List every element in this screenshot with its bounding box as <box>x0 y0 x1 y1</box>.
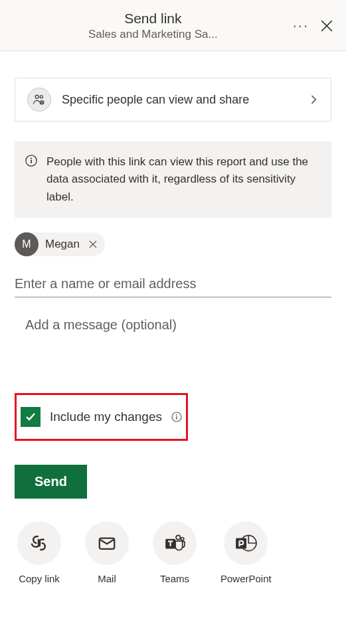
header-actions: ··· <box>293 17 333 35</box>
svg-point-7 <box>176 414 177 416</box>
close-icon[interactable] <box>321 20 333 32</box>
info-icon <box>25 153 37 206</box>
teams-label: Teams <box>160 573 189 584</box>
svg-rect-16 <box>236 538 246 549</box>
svg-point-4 <box>31 157 32 159</box>
more-icon[interactable]: ··· <box>293 17 309 35</box>
dialog-header: Send link Sales and Marketing Sa... ··· <box>0 0 346 51</box>
people-icon <box>27 88 51 112</box>
avatar: M <box>15 232 39 256</box>
svg-rect-5 <box>31 160 32 163</box>
mail-icon <box>85 521 129 565</box>
info-small-icon[interactable] <box>171 412 182 422</box>
powerpoint-button[interactable]: PowerPoint <box>220 521 272 584</box>
send-button[interactable]: Send <box>15 465 87 499</box>
message-input[interactable] <box>15 297 331 377</box>
include-changes-checkbox[interactable] <box>21 407 41 427</box>
remove-recipient-icon[interactable] <box>89 240 97 248</box>
teams-button[interactable]: Teams <box>153 521 197 584</box>
link-icon <box>17 521 61 565</box>
include-changes-row: Include my changes <box>15 393 188 441</box>
copy-link-button[interactable]: Copy link <box>17 521 61 584</box>
powerpoint-icon <box>224 521 268 565</box>
recipients-row: M Megan <box>15 232 331 256</box>
dialog-subtitle: Sales and Marketing Sa... <box>13 28 293 41</box>
mail-button[interactable]: Mail <box>85 521 129 584</box>
mail-label: Mail <box>98 573 116 584</box>
recipient-name: Megan <box>45 238 80 251</box>
recipient-chip[interactable]: M Megan <box>15 232 105 256</box>
info-text: People with this link can view this repo… <box>46 153 319 206</box>
header-titles: Send link Sales and Marketing Sa... <box>13 11 293 41</box>
include-changes-label: Include my changes <box>50 410 162 424</box>
chevron-right-icon <box>309 95 319 104</box>
dialog-title: Send link <box>13 11 293 27</box>
info-banner: People with this link can view this repo… <box>15 141 331 218</box>
permission-settings-button[interactable]: Specific people can view and share <box>15 78 331 121</box>
svg-point-13 <box>181 538 184 540</box>
svg-point-12 <box>176 535 180 539</box>
permission-label: Specific people can view and share <box>62 93 309 107</box>
copy-link-label: Copy link <box>19 573 60 584</box>
svg-rect-8 <box>176 416 177 420</box>
powerpoint-label: PowerPoint <box>220 573 272 584</box>
name-email-input[interactable] <box>15 270 331 297</box>
svg-point-1 <box>40 96 43 98</box>
svg-point-0 <box>35 95 39 98</box>
share-options-row: Copy link Mail <box>15 521 331 604</box>
teams-icon <box>153 521 197 565</box>
